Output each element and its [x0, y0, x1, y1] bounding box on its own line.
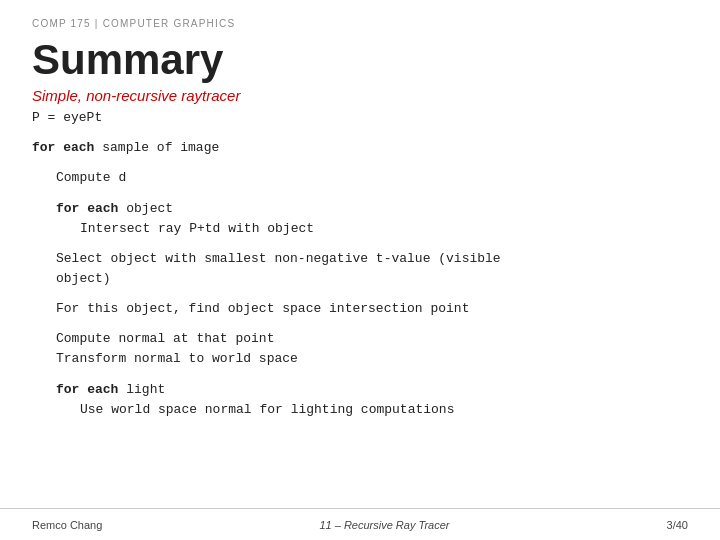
- code-line-5: Intersect ray P+td with object: [32, 219, 688, 239]
- footer: Remco Chang 11 – Recursive Ray Tracer 3/…: [0, 508, 720, 540]
- code-line-11: for each light: [32, 380, 688, 400]
- code-line-1: P = eyePt: [32, 108, 688, 128]
- code-line-3: Compute d: [32, 168, 688, 188]
- code-line-10: Transform normal to world space: [32, 349, 688, 369]
- page-container: COMP 175 | COMPUTER GRAPHICS Summary Sim…: [0, 0, 720, 540]
- subtitle: Simple, non-recursive raytracer: [32, 87, 688, 104]
- code-line-9: Compute normal at that point: [32, 329, 688, 349]
- code-block: P = eyePt for each sample of image Compu…: [32, 108, 688, 420]
- footer-slide-title: 11 – Recursive Ray Tracer: [319, 519, 449, 531]
- code-line-7: object): [32, 269, 688, 289]
- code-line-12: Use world space normal for lighting comp…: [32, 400, 688, 420]
- code-line-6: Select object with smallest non-negative…: [32, 249, 688, 269]
- code-line-4: for each object: [32, 199, 688, 219]
- footer-author: Remco Chang: [32, 519, 102, 531]
- page-title: Summary: [32, 37, 688, 83]
- footer-page: 3/40: [667, 519, 688, 531]
- code-line-8: For this object, find object space inter…: [32, 299, 688, 319]
- code-line-2: for each sample of image: [32, 138, 688, 158]
- course-label: COMP 175 | COMPUTER GRAPHICS: [32, 18, 688, 29]
